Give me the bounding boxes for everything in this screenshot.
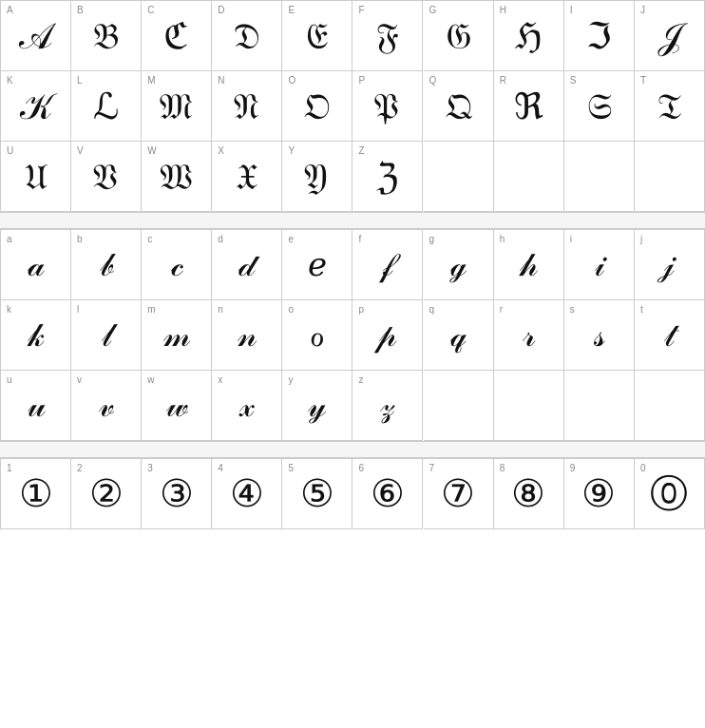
glyph-label: M: [147, 75, 155, 86]
glyph-label: H: [500, 5, 506, 15]
glyph-cell-W: W𝔚: [142, 142, 212, 212]
glyph-cell-M: M𝔐: [142, 71, 212, 142]
glyph-char: ④: [230, 475, 264, 513]
glyph-cell-i: i𝒾: [564, 230, 635, 300]
glyph-char: ①: [19, 475, 53, 513]
glyph-label: W: [147, 145, 156, 156]
glyph-char: 𝒽: [520, 249, 537, 281]
glyph-label: 2: [77, 463, 83, 473]
glyph-char: 𝓂: [163, 319, 190, 352]
glyph-cell-z: z𝓏: [352, 371, 423, 441]
glyph-char: 𝔔: [445, 88, 472, 125]
glyph-cell-y: y𝓎: [282, 371, 352, 441]
glyph-label: i: [570, 234, 572, 244]
glyph-label: Z: [358, 145, 364, 156]
glyph-label: w: [147, 374, 154, 385]
glyph-cell-4: 4④: [212, 459, 282, 529]
section-divider-2: [0, 441, 705, 458]
glyph-cell-7: 7⑦: [424, 459, 494, 529]
glyph-char: ③: [160, 475, 194, 513]
glyph-char: ⓪: [650, 475, 688, 513]
glyph-label: 4: [218, 463, 223, 473]
glyph-label: U: [7, 145, 13, 156]
glyph-char: 𝔗: [657, 88, 681, 125]
glyph-label: x: [218, 374, 222, 385]
glyph-cell-c: c𝒸: [142, 230, 212, 300]
glyph-cell-Q: Q𝔔: [424, 71, 494, 142]
glyph-char: 𝔊: [445, 18, 472, 54]
glyph-cell-l: l𝓁: [71, 300, 142, 371]
glyph-cell-Y: Y𝔜: [282, 142, 352, 212]
glyph-char: 𝒦: [21, 88, 50, 125]
glyph-char: ℑ: [586, 18, 612, 54]
glyph-char: 𝔑: [234, 88, 259, 125]
glyph-char: 𝔈: [306, 18, 328, 54]
numbers-section: 1①2②3③4④5⑤6⑥7⑦8⑧9⑨0⓪: [0, 458, 705, 529]
glyph-char: 𝔚: [160, 159, 193, 195]
glyph-label: S: [570, 75, 577, 86]
glyph-label: k: [7, 304, 11, 315]
glyph-label: V: [77, 145, 84, 156]
glyph-char: 𝔉: [375, 18, 399, 54]
glyph-label: r: [500, 304, 503, 315]
glyph-cell-F: F𝔉: [352, 1, 423, 71]
glyph-label: J: [640, 5, 645, 15]
glyph-char: 𝓋: [99, 390, 114, 422]
glyph-label: 6: [358, 463, 364, 473]
glyph-char: 𝒿: [664, 249, 674, 281]
glyph-char: 𝓎: [308, 390, 326, 422]
glyph-cell-X: X𝔛: [212, 142, 282, 212]
glyph-char: 𝒹: [238, 249, 255, 281]
glyph-char: ⑧: [511, 475, 545, 513]
glyph-label: l: [77, 304, 79, 315]
glyph-cell-2: 2②: [71, 459, 142, 529]
lowercase-grid: a𝒶b𝒷c𝒸d𝒹eℯf𝒻gℊh𝒽i𝒾j𝒿k𝓀l𝓁m𝓂n𝓃oℴp𝓅q𝓆r𝓇s𝓈t𝓉…: [0, 229, 705, 441]
glyph-label: q: [429, 304, 435, 315]
glyph-label: d: [218, 234, 223, 244]
glyph-label: 7: [429, 463, 435, 473]
glyph-cell-n: n𝓃: [212, 300, 282, 371]
section-divider-1: [0, 212, 705, 229]
glyph-cell-k: k𝓀: [1, 300, 71, 371]
numbers-grid: 1①2②3③4④5⑤6⑥7⑦8⑧9⑨0⓪: [0, 458, 705, 529]
glyph-cell-I: Iℑ: [564, 1, 635, 71]
glyph-char: 𝒸: [171, 249, 182, 281]
glyph-label: g: [429, 234, 435, 244]
glyph-char: 𝔐: [160, 88, 193, 125]
glyph-char: 𝓅: [379, 319, 396, 352]
glyph-cell-e: eℯ: [282, 230, 352, 300]
glyph-label: O: [288, 75, 295, 86]
glyph-cell-u: u𝓊: [1, 371, 71, 441]
glyph-label: v: [77, 374, 82, 385]
glyph-char: 𝒶: [28, 249, 44, 281]
glyph-cell-V: V𝔙: [71, 142, 142, 212]
glyph-label: y: [288, 374, 293, 385]
glyph-char: 𝔙: [92, 159, 120, 195]
glyph-cell-h: h𝒽: [494, 230, 564, 300]
glyph-cell-m: m𝓂: [142, 300, 212, 371]
glyph-label: n: [218, 304, 223, 315]
glyph-char: 𝓃: [238, 319, 257, 352]
glyph-char: 𝓁: [102, 319, 111, 352]
glyph-cell-T: T𝔗: [635, 71, 705, 142]
glyph-char: 𝓊: [28, 390, 45, 422]
glyph-char: 𝓌: [166, 390, 187, 422]
glyph-cell-empty: [635, 371, 705, 441]
glyph-char: 𝒷: [100, 249, 113, 281]
glyph-char: ℜ: [514, 88, 543, 125]
glyph-char: ℒ: [93, 88, 119, 125]
glyph-cell-empty: [424, 142, 494, 212]
glyph-char: 𝔜: [304, 159, 330, 195]
glyph-cell-r: r𝓇: [494, 300, 564, 371]
glyph-char: 𝒥: [659, 18, 678, 54]
glyph-label: Y: [288, 145, 295, 156]
glyph-cell-E: E𝔈: [282, 1, 352, 71]
glyph-label: D: [218, 5, 224, 15]
glyph-char: 𝔓: [373, 88, 401, 125]
glyph-cell-empty: [424, 371, 494, 441]
glyph-label: s: [570, 304, 575, 315]
glyph-char: 𝔛: [236, 159, 257, 195]
glyph-cell-s: s𝓈: [564, 300, 635, 371]
glyph-char: ⑤: [300, 475, 334, 513]
uppercase-section: A𝒜B𝔅CℭD𝔇E𝔈F𝔉G𝔊HℌIℑJ𝒥K𝒦LℒM𝔐N𝔑O𝔒P𝔓Q𝔔RℜS𝔖T𝔗…: [0, 0, 705, 212]
